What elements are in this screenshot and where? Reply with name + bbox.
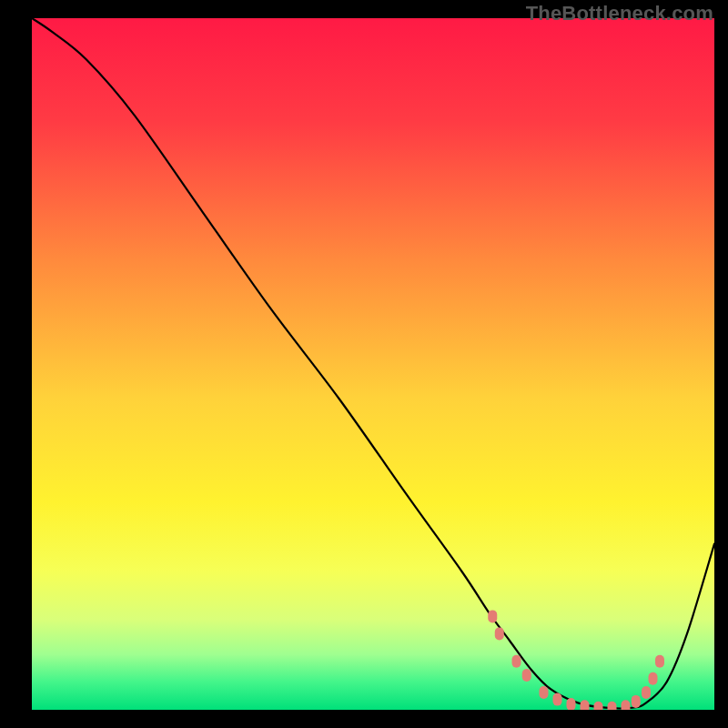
highlight-dot	[522, 669, 531, 682]
chart-svg	[32, 18, 714, 710]
highlight-dot	[622, 700, 631, 710]
highlight-dot	[632, 695, 641, 708]
watermark-text: TheBottleneck.com	[526, 2, 713, 25]
highlight-dot	[512, 655, 521, 668]
highlight-dot	[642, 686, 651, 699]
highlight-dot	[649, 672, 658, 685]
highlight-dot	[581, 700, 590, 710]
highlight-dot	[655, 655, 664, 668]
highlight-dot	[488, 610, 497, 622]
highlight-dot	[567, 698, 576, 710]
highlight-dot	[540, 686, 549, 699]
chart-frame: TheBottleneck.com	[0, 0, 728, 728]
gradient-background	[32, 18, 714, 710]
highlight-dot	[553, 693, 562, 706]
highlight-dot	[495, 627, 504, 640]
plot-area	[32, 18, 714, 710]
